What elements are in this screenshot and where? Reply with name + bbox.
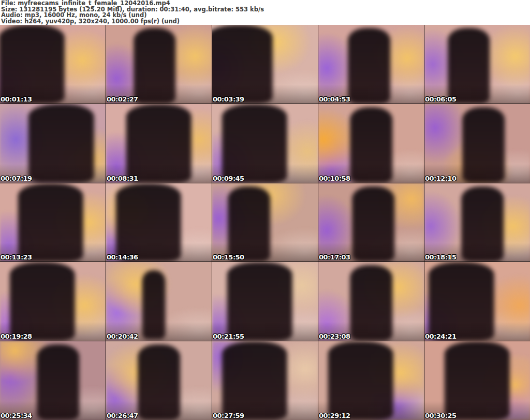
media-info-header: File: myfreecams_infinite_t_female_12042… [0, 0, 530, 25]
thumbnail-cell[interactable]: 00:09:45 [212, 104, 318, 183]
figure-silhouette [138, 344, 180, 420]
timestamp-label: 00:04:53 [319, 96, 350, 103]
thumbnail-cell[interactable]: 00:14:36 [106, 183, 212, 262]
thumbnail-cell[interactable]: 00:06:05 [424, 25, 530, 104]
figure-silhouette [115, 183, 181, 262]
timestamp-label: 00:24:21 [425, 333, 457, 340]
thumbnail-cell[interactable]: 00:15:50 [212, 183, 318, 262]
figure-silhouette [227, 262, 292, 341]
thumbnail-cell[interactable]: 00:08:31 [106, 104, 212, 183]
timestamp-label: 00:08:31 [107, 175, 138, 182]
thumbnail-cell[interactable]: 00:17:03 [318, 183, 424, 262]
thumbnail-cell[interactable]: 00:30:25 [424, 341, 530, 420]
figure-silhouette [348, 28, 390, 104]
timestamp-label: 00:07:19 [1, 175, 32, 182]
thumbnail-cell[interactable]: 00:27:59 [212, 341, 318, 420]
figure-silhouette [9, 262, 75, 341]
timestamp-label: 00:01:13 [1, 96, 32, 103]
timestamp-label: 00:26:47 [107, 412, 138, 419]
figure-silhouette [142, 270, 165, 340]
figure-silhouette [126, 104, 192, 183]
thumbnail-cell[interactable]: 00:12:10 [424, 104, 530, 183]
timestamp-label: 00:14:36 [107, 254, 138, 261]
figure-silhouette [462, 107, 505, 183]
figure-silhouette [222, 104, 287, 183]
figure-silhouette [0, 25, 64, 104]
thumbnail-cell[interactable]: 00:20:42 [106, 262, 212, 341]
timestamp-label: 00:25:34 [1, 412, 32, 419]
timestamp-label: 00:20:42 [107, 333, 138, 340]
figure-silhouette [352, 186, 394, 262]
thumbnail-cell[interactable]: 00:03:39 [212, 25, 318, 104]
timestamp-label: 00:13:23 [1, 254, 32, 261]
figure-silhouette [429, 262, 494, 341]
figure-silhouette [448, 28, 490, 104]
thumbnail-cell[interactable]: 00:25:34 [0, 341, 106, 420]
timestamp-label: 00:06:05 [425, 96, 457, 103]
thumbnail-cell[interactable]: 00:26:47 [106, 341, 212, 420]
figure-silhouette [328, 341, 393, 420]
thumbnail-cell[interactable]: 00:01:13 [0, 25, 106, 104]
figure-silhouette [18, 183, 83, 262]
figure-silhouette [28, 104, 94, 183]
timestamp-label: 00:23:08 [319, 333, 350, 340]
figure-silhouette [37, 344, 79, 420]
figure-silhouette [350, 265, 392, 341]
timestamp-label: 00:03:39 [213, 96, 244, 103]
figure-silhouette [222, 341, 287, 420]
timestamp-label: 00:12:10 [425, 175, 457, 182]
timestamp-label: 00:18:15 [425, 254, 457, 261]
video-info-line: Video: h264, yuv420p, 320x240, 1000.00 f… [1, 19, 530, 25]
video-contact-sheet: File: myfreecams_infinite_t_female_12042… [0, 0, 530, 420]
thumbnail-cell[interactable]: 00:23:08 [318, 262, 424, 341]
thumbnail-grid: 00:01:13 00:02:27 00:03:39 00:04:53 00:0… [0, 25, 530, 420]
thumbnail-cell[interactable]: 00:10:58 [318, 104, 424, 183]
timestamp-label: 00:27:59 [213, 412, 244, 419]
thumbnail-cell[interactable]: 00:04:53 [318, 25, 424, 104]
timestamp-label: 00:15:50 [213, 254, 244, 261]
thumbnail-cell[interactable]: 00:18:15 [424, 183, 530, 262]
timestamp-label: 00:21:55 [213, 333, 244, 340]
figure-silhouette [350, 107, 392, 183]
figure-silhouette [445, 341, 510, 420]
figure-silhouette [134, 28, 176, 104]
figure-silhouette [228, 186, 271, 262]
thumbnail-cell[interactable]: 00:21:55 [212, 262, 318, 341]
thumbnail-cell[interactable]: 00:13:23 [0, 183, 106, 262]
thumbnail-cell[interactable]: 00:19:28 [0, 262, 106, 341]
figure-silhouette [212, 25, 272, 104]
thumbnail-cell[interactable]: 00:29:12 [318, 341, 424, 420]
timestamp-label: 00:02:27 [107, 96, 138, 103]
thumbnail-cell[interactable]: 00:24:21 [424, 262, 530, 341]
thumbnail-cell[interactable]: 00:02:27 [106, 25, 212, 104]
timestamp-label: 00:29:12 [319, 412, 350, 419]
timestamp-label: 00:19:28 [1, 333, 32, 340]
figure-silhouette [461, 186, 504, 262]
thumbnail-cell[interactable]: 00:07:19 [0, 104, 106, 183]
timestamp-label: 00:09:45 [213, 175, 244, 182]
timestamp-label: 00:17:03 [319, 254, 350, 261]
timestamp-label: 00:10:58 [319, 175, 350, 182]
timestamp-label: 00:30:25 [425, 412, 457, 419]
